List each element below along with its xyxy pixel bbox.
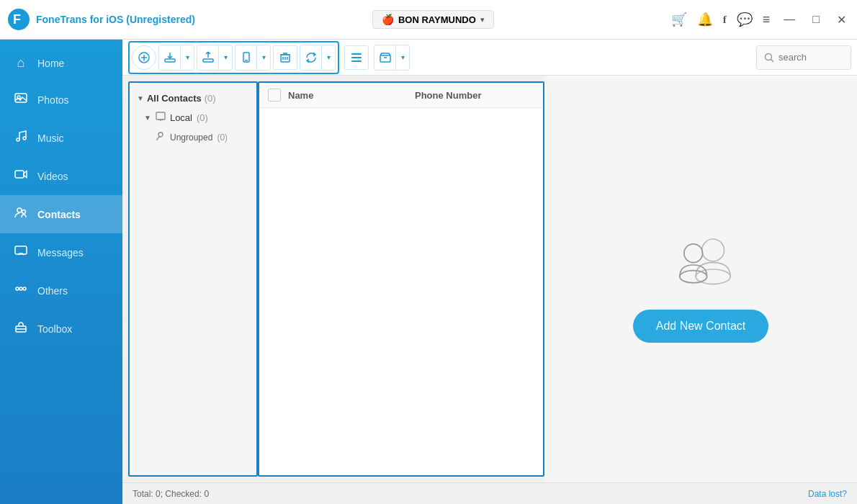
contacts-illustration [658,216,744,288]
archive-main[interactable] [374,45,396,70]
device-selector[interactable]: 🍎 BON RAYMUNDO ▾ [372,10,494,29]
sidebar-item-toolbox[interactable]: Toolbox [0,310,122,348]
sync-arrow[interactable]: ▾ [322,45,335,70]
select-all-checkbox[interactable] [268,89,281,102]
chevron-down-icon: ▾ [480,15,485,24]
svg-rect-21 [245,60,248,61]
cart-icon[interactable]: 🛒 [671,12,687,27]
svg-rect-27 [351,57,362,58]
svg-point-11 [19,287,22,290]
import-button[interactable]: ▾ [158,45,194,71]
svg-point-38 [702,239,724,261]
videos-icon [13,167,29,185]
title-bar: F FoneTrans for iOS (Unregistered) 🍎 BON… [0,0,857,40]
sidebar-item-messages[interactable]: Messages [0,233,122,271]
name-column-header: Name [288,90,408,101]
svg-rect-6 [15,171,24,178]
svg-point-4 [17,138,19,141]
title-bar-right: 🛒 🔔 f 💬 ≡ — □ ✕ [671,12,850,28]
local-node[interactable]: ▼ Local (0) [130,108,256,127]
svg-point-7 [17,208,22,212]
delete-button[interactable] [273,45,297,70]
app-title: FoneTrans for iOS (Unregistered) [36,14,195,25]
toolbar-group-main: ▾ ▾ ▾ [128,41,339,74]
title-bar-left: F FoneTrans for iOS (Unregistered) [7,8,195,31]
all-contacts-label: All Contacts [147,93,202,104]
svg-point-31 [766,53,772,60]
to-device-arrow[interactable]: ▾ [257,45,270,70]
ungrouped-node[interactable]: Ungrouped (0) [130,127,256,147]
svg-point-10 [16,287,19,290]
svg-point-40 [684,243,703,262]
svg-point-5 [23,137,26,140]
status-total: Total: 0; Checked: 0 [133,489,209,499]
sidebar-label-music: Music [37,132,64,144]
to-device-main[interactable] [235,45,257,70]
sidebar-label-photos: Photos [37,94,69,106]
sidebar-item-others[interactable]: Others [0,271,122,310]
local-chevron: ▼ [144,114,151,122]
photos-icon [13,91,29,109]
sidebar-item-home[interactable]: ⌂ Home [0,45,122,81]
local-label: Local [170,112,192,123]
music-icon [13,129,29,147]
ungrouped-count: (0) [217,132,228,143]
export-main[interactable] [197,45,219,70]
all-contacts-count: (0) [205,93,216,104]
sync-main[interactable] [300,45,322,70]
sidebar-item-videos[interactable]: Videos [0,157,122,195]
svg-point-36 [158,132,163,137]
export-arrow[interactable]: ▾ [219,45,232,70]
main-layout: ⌂ Home Photos Music Videos Contacts [0,40,857,504]
svg-point-8 [22,210,26,214]
chat-icon[interactable]: 💬 [737,12,753,27]
svg-line-32 [771,59,774,62]
app-logo: F [7,8,30,31]
export-button[interactable]: ▾ [197,45,233,71]
add-contact-button[interactable] [132,45,156,70]
svg-text:F: F [13,12,21,27]
sidebar: ⌂ Home Photos Music Videos Contacts [0,40,122,504]
status-bar: Total: 0; Checked: 0 Data lost? [122,482,857,504]
sidebar-label-contacts: Contacts [37,209,81,220]
more-button[interactable] [344,45,369,70]
bell-icon[interactable]: 🔔 [697,12,713,27]
close-button[interactable]: ✕ [833,12,850,28]
content-area: ▾ ▾ ▾ [122,40,857,504]
import-arrow[interactable]: ▾ [181,45,194,70]
sidebar-item-contacts[interactable]: Contacts [0,195,122,233]
minimize-button[interactable]: — [780,12,799,27]
detail-pane: Add New Contact [544,76,857,482]
sidebar-label-messages: Messages [37,247,84,258]
sidebar-label-videos: Videos [37,171,68,182]
svg-rect-2 [15,94,27,102]
sidebar-item-music[interactable]: Music [0,119,122,157]
sidebar-item-photos[interactable]: Photos [0,81,122,119]
local-device-icon [156,112,166,124]
maximize-button[interactable]: □ [809,12,823,27]
facebook-icon[interactable]: f [723,14,727,26]
local-count: (0) [197,112,208,123]
sidebar-label-home: Home [37,58,64,69]
svg-point-12 [23,287,26,290]
search-box[interactable] [756,45,851,70]
menu-icon[interactable]: ≡ [763,12,771,27]
contact-list-body [259,108,543,475]
archive-arrow[interactable]: ▾ [396,45,409,70]
others-icon [13,282,29,300]
svg-rect-19 [203,59,213,62]
sync-button[interactable]: ▾ [300,45,336,71]
all-contacts-header[interactable]: ▼ All Contacts (0) [130,89,256,108]
all-contacts-chevron: ▼ [137,94,144,102]
archive-button[interactable]: ▾ [374,45,410,71]
contacts-tree-pane: ▼ All Contacts (0) ▼ Local (0) Ung [128,81,258,477]
import-main[interactable] [159,45,181,70]
svg-rect-33 [156,112,165,120]
data-lost-link[interactable]: Data lost? [808,489,847,499]
to-device-button[interactable]: ▾ [235,45,271,71]
add-new-contact-button[interactable]: Add New Contact [633,310,769,343]
toolbox-icon [13,320,29,338]
svg-rect-26 [351,53,362,55]
search-input[interactable] [779,52,843,63]
svg-point-39 [680,270,707,282]
